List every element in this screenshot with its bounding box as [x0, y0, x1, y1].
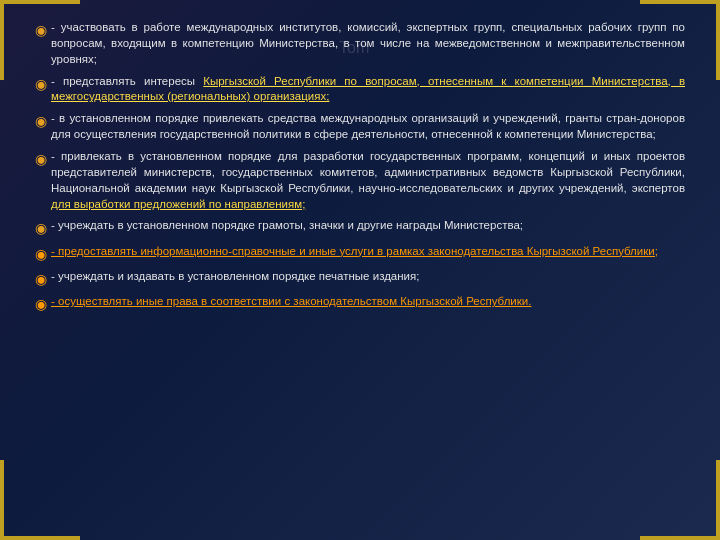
- bullet-text-4: - привлекать в установленном порядке для…: [51, 149, 685, 212]
- list-item: ◉ - участвовать в работе международных и…: [35, 20, 685, 68]
- list-item: ◉ - в установленном порядке привлекать с…: [35, 111, 685, 143]
- bullet-icon: ◉: [35, 295, 47, 313]
- bullet-text-5: - учреждать в установленном порядке грам…: [51, 218, 685, 234]
- list-item: ◉ - учреждать в установленном порядке гр…: [35, 218, 685, 237]
- bullet-icon: ◉: [35, 112, 47, 130]
- list-item: ◉ - предоставлять информационно-справочн…: [35, 244, 685, 263]
- bullet-icon: ◉: [35, 245, 47, 263]
- list-item: ◉ - привлекать в установленном порядке д…: [35, 149, 685, 212]
- bullet-text-6: - предоставлять информационно-справочные…: [51, 244, 685, 260]
- content-area: ◉ - участвовать в работе международных и…: [25, 15, 695, 525]
- bullet-text-3: - в установленном порядке привлекать сре…: [51, 111, 685, 143]
- bullet-text-2: - представлять интересы Кыргызской Респу…: [51, 74, 685, 106]
- bullet-text-8: - осуществлять иные права в соответствии…: [51, 294, 685, 310]
- slide-container: Tom ◉ - участвовать в работе международн…: [0, 0, 720, 540]
- list-item: ◉ - осуществлять иные права в соответств…: [35, 294, 685, 313]
- bullet-icon: ◉: [35, 219, 47, 237]
- bullet-icon: ◉: [35, 270, 47, 288]
- bullet-text-1: - участвовать в работе международных инс…: [51, 20, 685, 68]
- bullet-icon: ◉: [35, 150, 47, 168]
- bullet-icon: ◉: [35, 21, 47, 39]
- bullet-text-7: - учреждать и издавать в установленном п…: [51, 269, 685, 285]
- list-item: ◉ - представлять интересы Кыргызской Рес…: [35, 74, 685, 106]
- bullet-icon: ◉: [35, 75, 47, 93]
- list-item: ◉ - учреждать и издавать в установленном…: [35, 269, 685, 288]
